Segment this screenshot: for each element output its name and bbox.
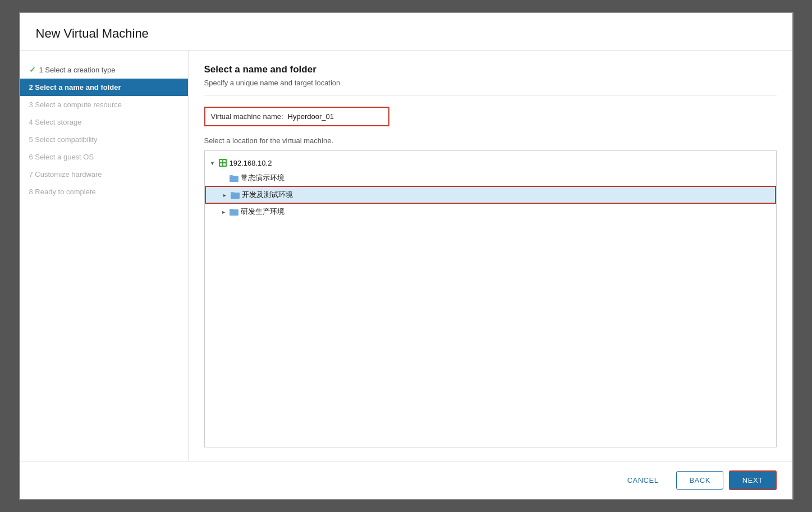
chevron-right-icon-3: ▸ (221, 209, 227, 215)
tree-root-label: 192.168.10.2 (230, 159, 272, 167)
vm-name-input[interactable] (288, 112, 378, 121)
folder-icon-2 (231, 190, 240, 199)
sidebar-item-step3: 3 Select a compute resource (20, 96, 188, 113)
svg-rect-4 (223, 163, 226, 166)
tree-item-label-2: 研发生产环境 (241, 207, 285, 217)
sidebar-item-step2[interactable]: 2 Select a name and folder (20, 79, 188, 96)
modal-footer: CANCEL BACK NEXT (20, 461, 792, 499)
vm-name-label: Virtual machine name: (211, 112, 283, 121)
content-area: Select a name and folder Specify a uniqu… (189, 51, 792, 461)
sidebar-item-label-3: 3 Select a compute resource (29, 100, 122, 109)
sidebar-item-label-8: 8 Ready to complete (29, 188, 96, 196)
sidebar-item-label-7: 7 Customize hardware (29, 170, 102, 179)
svg-rect-7 (230, 175, 233, 177)
sidebar-item-label-2: 2 Select a name and folder (29, 83, 121, 92)
sidebar-item-step7: 7 Customize hardware (20, 166, 188, 183)
folder-tree: ▾ 192.168.10.2 ▸ (204, 150, 777, 447)
sidebar-item-step6: 6 Select a guest OS (20, 148, 188, 166)
sidebar-item-step4: 4 Select storage (20, 113, 188, 131)
svg-rect-3 (220, 163, 222, 166)
svg-rect-13 (230, 209, 233, 211)
modal: New Virtual Machine ✓ 1 Select a creatio… (19, 12, 793, 500)
modal-title: New Virtual Machine (20, 13, 792, 51)
tree-item-1[interactable]: ▸ 开发及测试环境 (205, 186, 776, 204)
content-subtitle: Specify a unique name and target locatio… (204, 79, 777, 95)
chevron-down-icon: ▾ (209, 160, 216, 166)
next-button[interactable]: NEXT (729, 470, 777, 490)
folder-icon-3 (230, 207, 238, 216)
svg-rect-2 (223, 160, 226, 162)
folder-icon (230, 173, 238, 182)
back-button[interactable]: BACK (676, 471, 723, 490)
content-title: Select a name and folder (204, 64, 777, 75)
location-label: Select a location for the virtual machin… (204, 136, 777, 145)
vm-name-row: Virtual machine name: (204, 107, 389, 126)
tree-root[interactable]: ▾ 192.168.10.2 (205, 156, 776, 170)
tree-item-0[interactable]: ▸ 常态演示环境 (205, 170, 776, 186)
tree-item-label-1: 开发及测试环境 (242, 190, 293, 200)
sidebar-item-label-1: 1 Select a creation type (39, 66, 116, 74)
svg-rect-1 (220, 160, 222, 162)
sidebar-item-step5: 5 Select compatibility (20, 131, 188, 148)
modal-body: ✓ 1 Select a creation type 2 Select a na… (20, 51, 792, 461)
sidebar-item-step8: 8 Ready to complete (20, 183, 188, 200)
sidebar-item-step1[interactable]: ✓ 1 Select a creation type (20, 61, 188, 79)
tree-item-2[interactable]: ▸ 研发生产环境 (205, 204, 776, 220)
tree-item-label-0: 常态演示环境 (241, 173, 285, 183)
chevron-right-icon-2: ▸ (222, 192, 228, 198)
sidebar-item-label-6: 6 Select a guest OS (29, 153, 94, 161)
check-icon: ✓ (29, 65, 36, 74)
sidebar-item-label-5: 5 Select compatibility (29, 135, 98, 144)
svg-rect-10 (231, 192, 234, 194)
cancel-button[interactable]: CANCEL (615, 472, 671, 489)
sidebar: ✓ 1 Select a creation type 2 Select a na… (20, 51, 189, 461)
datacenter-icon (218, 158, 227, 167)
sidebar-item-label-4: 4 Select storage (29, 118, 82, 126)
